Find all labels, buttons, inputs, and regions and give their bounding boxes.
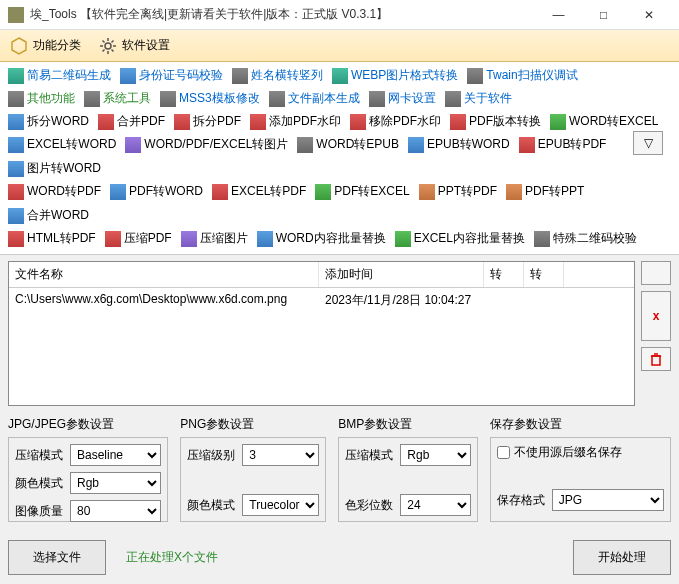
tool-pdf-version[interactable]: PDF版本转换 [446,111,545,132]
side-blank-button[interactable] [641,261,671,285]
jpg-color-select[interactable]: Rgb [70,472,161,494]
ppt-icon [419,184,435,200]
word-icon [8,161,24,177]
tool-word2epub[interactable]: WORD转EPUB [293,134,403,155]
tool-word-replace[interactable]: WORD内容批量替换 [253,228,390,249]
tool-idcheck[interactable]: 身份证号码校验 [116,65,227,86]
jpg-quality-select[interactable]: 80 [70,500,161,522]
tpl-icon [160,91,176,107]
tool-mss3[interactable]: MSS3模板修改 [156,88,264,109]
category-functions[interactable]: 功能分类 [10,37,81,55]
tool-split-word[interactable]: 拆分WORD [4,111,93,132]
tool-pdf2word[interactable]: PDF转WORD [106,181,207,202]
hex-icon [10,37,28,55]
tool-about[interactable]: 关于软件 [441,88,516,109]
col-conv2[interactable]: 转 [524,262,564,287]
tool-word2excel[interactable]: WORD转EXCEL [546,111,662,132]
tool-other[interactable]: 其他功能 [4,88,79,109]
tool-filecopy[interactable]: 文件副本生成 [265,88,364,109]
tool-add-watermark[interactable]: 添加PDF水印 [246,111,345,132]
tool-html2pdf[interactable]: HTML转PDF [4,228,100,249]
save-format-select[interactable]: JPG [552,489,664,511]
tool-pdf2ppt[interactable]: PDF转PPT [502,181,588,202]
start-button[interactable]: 开始处理 [573,540,671,575]
tool-twain[interactable]: Twain扫描仪调试 [463,65,581,86]
pdf-icon [98,114,114,130]
col-filename[interactable]: 文件名称 [9,262,319,287]
tool-excel-replace[interactable]: EXCEL内容批量替换 [391,228,529,249]
cell-addtime: 2023年/11月/28日 10:04:27 [319,288,484,313]
table-row[interactable]: C:\Users\www.x6g.com\Desktop\www.x6d.com… [9,288,634,313]
tool-qrcode[interactable]: 简易二维码生成 [4,65,115,86]
png-level-select[interactable]: 3 [242,444,319,466]
word-icon [8,208,24,224]
tool-merge-pdf[interactable]: 合并PDF [94,111,169,132]
tool-img2word[interactable]: 图片转WORD [4,158,105,179]
app-icon [8,7,24,23]
tool-system[interactable]: 系统工具 [80,88,155,109]
tool-netcard[interactable]: 网卡设置 [365,88,440,109]
pdf-icon [8,231,24,247]
excel-icon [315,184,331,200]
excel-icon [550,114,566,130]
select-file-button[interactable]: 选择文件 [8,540,106,575]
tool-pdf2excel[interactable]: PDF转EXCEL [311,181,413,202]
tool-to-image[interactable]: WORD/PDF/EXCEL转图片 [121,134,292,155]
jpg-compress-select[interactable]: Baseline [70,444,161,466]
tool-rm-watermark[interactable]: 移除PDF水印 [346,111,445,132]
pdf-icon [174,114,190,130]
tool-ppt2pdf[interactable]: PPT转PDF [415,181,501,202]
col-addtime[interactable]: 添加时间 [319,262,484,287]
pdf-icon [350,114,366,130]
epub-icon [297,137,313,153]
collapse-button[interactable]: ▽ [633,131,663,155]
clear-button[interactable] [641,347,671,371]
info-icon [445,91,461,107]
id-icon [120,68,136,84]
text-icon [232,68,248,84]
bmp-bits-select[interactable]: 24 [400,494,470,516]
bmp-bits-label: 色彩位数 [345,497,400,514]
maximize-button[interactable]: □ [581,1,626,29]
close-button[interactable]: ✕ [626,1,671,29]
minimize-button[interactable]: — [536,1,581,29]
tool-special-qr[interactable]: 特殊二维码校验 [530,228,641,249]
save-params-title: 保存参数设置 [490,416,671,433]
tool-excel2pdf[interactable]: EXCEL转PDF [208,181,310,202]
file-table: 文件名称 添加时间 转 转 C:\Users\www.x6g.com\Deskt… [8,261,635,406]
category-settings[interactable]: 软件设置 [99,37,170,55]
col-conv1[interactable]: 转 [484,262,524,287]
excel-icon [395,231,411,247]
svg-rect-2 [652,356,660,365]
copy-icon [269,91,285,107]
tool-compress-pdf[interactable]: 压缩PDF [101,228,176,249]
tool-merge-word[interactable]: 合并WORD [4,205,93,226]
tool-name-vert[interactable]: 姓名横转竖列 [228,65,327,86]
tool-compress-img[interactable]: 压缩图片 [177,228,252,249]
word-icon [8,114,24,130]
pdf-icon [212,184,228,200]
tool-epub2word[interactable]: EPUB转WORD [404,134,514,155]
pdf-icon [519,137,535,153]
category-bar: 功能分类 软件设置 [0,30,679,62]
png-params-title: PNG参数设置 [180,416,326,433]
titlebar: 埃_Tools 【软件完全离线|更新请看关于软件|版本：正式版 V0.3.1】 … [0,0,679,30]
save-format-label: 保存格式 [497,492,552,509]
tool-webp[interactable]: WEBP图片格式转换 [328,65,462,86]
tool-epub2pdf[interactable]: EPUB转PDF [515,134,611,155]
tool-excel2word[interactable]: EXCEL转WORD [4,134,120,155]
bmp-compress-select[interactable]: Rgb [400,444,470,466]
img-icon [181,231,197,247]
tool-word2pdf[interactable]: WORD转PDF [4,181,105,202]
pdf-icon [8,184,24,200]
status-text: 正在处理X个文件 [126,549,218,566]
save-suffix-checkbox[interactable]: 不使用源后缀名保存 [497,444,622,461]
delete-button[interactable]: x [641,291,671,341]
content-area: 文件名称 添加时间 转 转 C:\Users\www.x6g.com\Deskt… [0,255,679,581]
png-level-label: 压缩级别 [187,447,242,464]
svg-marker-0 [12,38,26,54]
ppt-icon [506,184,522,200]
jpg-params-title: JPG/JPEG参数设置 [8,416,168,433]
png-color-select[interactable]: Truecolor [242,494,319,516]
tool-split-pdf[interactable]: 拆分PDF [170,111,245,132]
